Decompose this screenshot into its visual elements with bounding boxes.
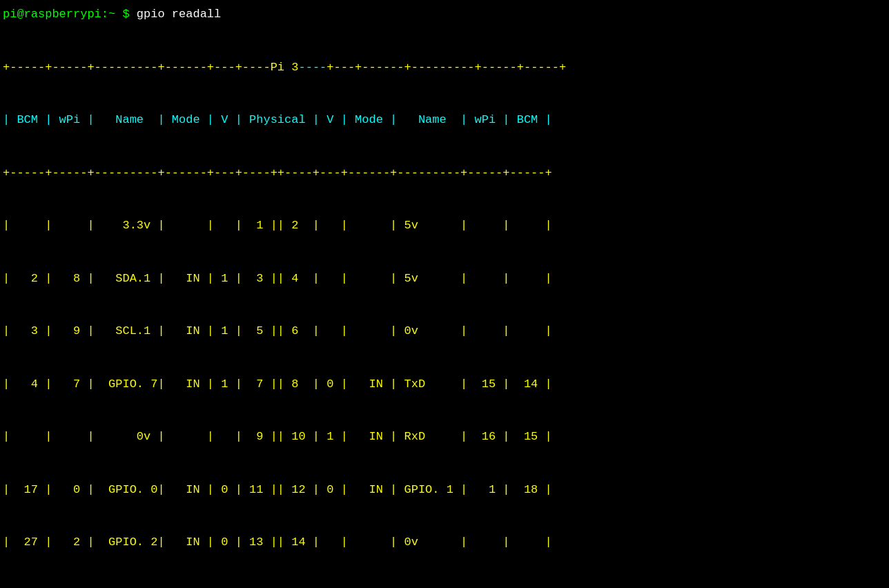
row-6: | 17 | 0 | GPIO. 0| IN | 0 | 11 || 12 | … — [3, 481, 886, 499]
prompt-cmd-top: gpio readall — [130, 8, 222, 21]
header-row: | BCM | wPi | Name | Mode | V | Physical… — [3, 111, 886, 129]
row-4: | 4 | 7 | GPIO. 7| IN | 1 | 7 || 8 | 0 |… — [3, 375, 886, 393]
terminal-table: +-----+-----+---------+------+---+----Pi… — [3, 23, 886, 589]
row-7: | 27 | 2 | GPIO. 2| IN | 0 | 13 || 14 | … — [3, 533, 886, 551]
divider-header: +-----+-----+---------+------+---+----++… — [3, 164, 886, 182]
row-1: | | | 3.3v | | | 1 || 2 | | | 5v | | | — [3, 217, 886, 235]
row-5: | | | 0v | | | 9 || 10 | 1 | IN | RxD | … — [3, 428, 886, 446]
row-2: | 2 | 8 | SDA.1 | IN | 1 | 3 || 4 | | | … — [3, 270, 886, 288]
row-3: | 3 | 9 | SCL.1 | IN | 1 | 5 || 6 | | | … — [3, 322, 886, 340]
prompt-top: pi@raspberrypi:~ $ gpio readall — [3, 6, 886, 23]
divider-top: +-----+-----+---------+------+---+----Pi… — [3, 59, 886, 77]
terminal-window: pi@raspberrypi:~ $ gpio readall +-----+-… — [3, 6, 886, 588]
prompt-dollar-top: $ — [122, 8, 129, 21]
prompt-user-top: pi@raspberrypi:~ — [3, 8, 122, 21]
